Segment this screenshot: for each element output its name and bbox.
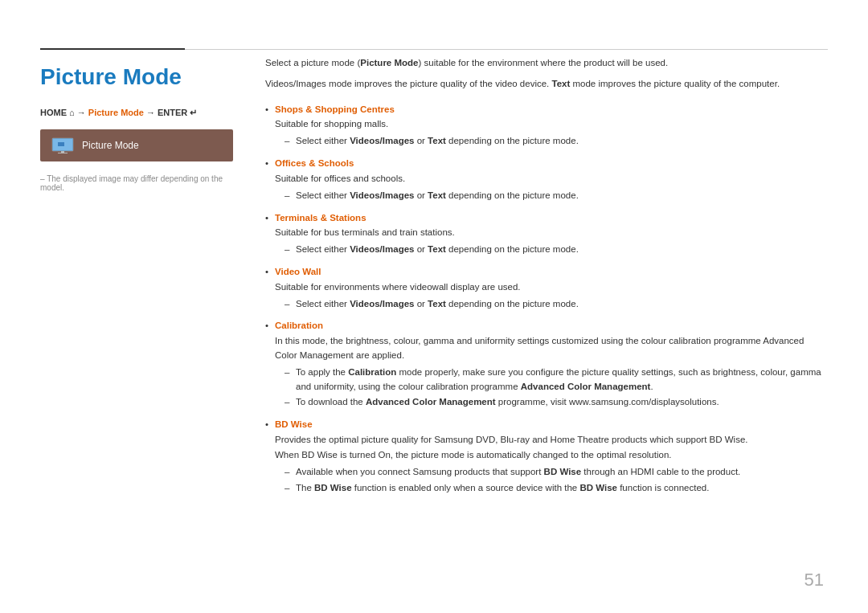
sub-item: Select either Videos/Images or Text depe… bbox=[285, 243, 828, 257]
sub-item: To apply the Calibration mode properly, … bbox=[285, 366, 828, 394]
sub-list-shops: Select either Videos/Images or Text depe… bbox=[275, 134, 828, 149]
image-caption: The displayed image may differ depending… bbox=[40, 174, 233, 192]
page-number: 51 bbox=[805, 570, 824, 591]
right-panel: Select a picture mode (Picture Mode) sui… bbox=[265, 56, 828, 503]
sub-item: Available when you connect Samsung produ… bbox=[285, 465, 828, 480]
item-desc-offices: Suitable for offices and schools. bbox=[275, 172, 828, 186]
list-item-videowall: Video Wall Suitable for environments whe… bbox=[265, 265, 828, 311]
sub-list-offices: Select either Videos/Images or Text depe… bbox=[275, 189, 828, 203]
intro-text-2: Videos/Images mode improves the picture … bbox=[265, 77, 828, 92]
page-title: Picture Mode bbox=[40, 64, 233, 90]
breadcrumb: HOME ⌂ → Picture Mode → ENTER ↵ bbox=[40, 108, 233, 118]
item-title-videowall: Video Wall bbox=[275, 267, 321, 276]
item-desc-videowall: Suitable for environments where videowal… bbox=[275, 280, 828, 295]
menu-box: Picture Mode bbox=[40, 129, 233, 161]
sub-list-calibration: To apply the Calibration mode properly, … bbox=[275, 366, 828, 410]
sub-item: To download the Advanced Color Managemen… bbox=[285, 395, 828, 410]
list-item-bdwise: BD Wise Provides the optimal picture qua… bbox=[265, 418, 828, 495]
page-container: Picture Mode HOME ⌂ → Picture Mode → ENT… bbox=[0, 0, 868, 613]
item-desc-bdwise-2: When BD Wise is turned On, the picture m… bbox=[275, 448, 828, 463]
sub-item: Select either Videos/Images or Text depe… bbox=[285, 297, 828, 312]
list-item-terminals: Terminals & Stations Suitable for bus te… bbox=[265, 211, 828, 257]
item-title-shops: Shops & Shopping Centres bbox=[275, 104, 395, 114]
breadcrumb-arrow2: → bbox=[146, 108, 158, 117]
item-title-calibration: Calibration bbox=[275, 321, 323, 330]
item-desc-terminals: Suitable for bus terminals and train sta… bbox=[275, 226, 828, 240]
item-title-offices: Offices & Schools bbox=[275, 158, 354, 168]
sub-item: Select either Videos/Images or Text depe… bbox=[285, 189, 828, 203]
items-list: Shops & Shopping Centres Suitable for sh… bbox=[265, 103, 828, 496]
item-title-bdwise: BD Wise bbox=[275, 419, 313, 429]
sub-list-bdwise: Available when you connect Samsung produ… bbox=[275, 465, 828, 496]
sub-item: The BD Wise function is enabled only whe… bbox=[285, 481, 828, 496]
intro-text-1: Select a picture mode (Picture Mode) sui… bbox=[265, 56, 828, 71]
sub-list-videowall: Select either Videos/Images or Text depe… bbox=[275, 297, 828, 312]
svg-rect-4 bbox=[58, 153, 68, 153]
item-desc-shops: Suitable for shopping malls. bbox=[275, 117, 828, 132]
svg-rect-3 bbox=[61, 151, 64, 153]
sub-item: Select either Videos/Images or Text depe… bbox=[285, 134, 828, 149]
item-desc-bdwise: Provides the optimal picture quality for… bbox=[275, 433, 828, 447]
top-rule bbox=[40, 48, 828, 50]
menu-box-label: Picture Mode bbox=[82, 140, 139, 151]
sub-list-terminals: Select either Videos/Images or Text depe… bbox=[275, 243, 828, 257]
list-item-calibration: Calibration In this mode, the brightness… bbox=[265, 319, 828, 410]
picture-mode-icon bbox=[51, 137, 74, 153]
breadcrumb-arrow1: → bbox=[77, 108, 88, 117]
item-title-terminals: Terminals & Stations bbox=[275, 213, 366, 223]
item-desc-calibration: In this mode, the brightness, colour, ga… bbox=[275, 334, 828, 363]
svg-rect-2 bbox=[58, 142, 64, 146]
breadcrumb-middle: Picture Mode bbox=[88, 108, 144, 117]
list-item-offices: Offices & Schools Suitable for offices a… bbox=[265, 157, 828, 202]
breadcrumb-home: HOME ⌂ bbox=[40, 108, 75, 117]
list-item-shops: Shops & Shopping Centres Suitable for sh… bbox=[265, 103, 828, 149]
left-panel: Picture Mode HOME ⌂ → Picture Mode → ENT… bbox=[40, 56, 233, 503]
content-area: Picture Mode HOME ⌂ → Picture Mode → ENT… bbox=[40, 56, 828, 503]
breadcrumb-end: ENTER ↵ bbox=[158, 108, 197, 117]
